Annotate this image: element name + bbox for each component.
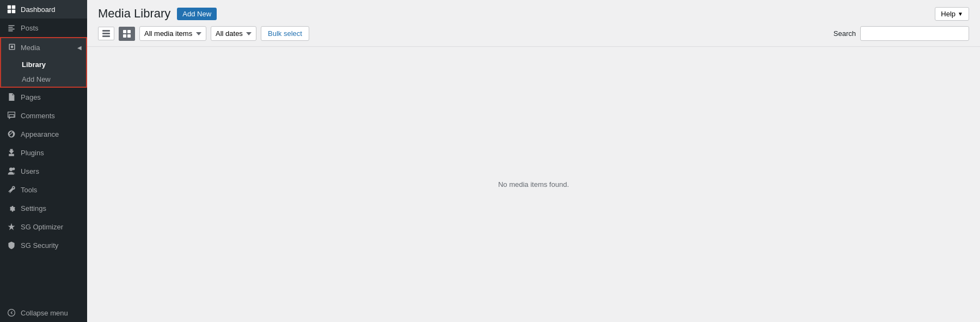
sg-optimizer-icon [7,222,16,232]
svg-rect-3 [12,10,15,13]
sidebar-item-plugins[interactable]: Plugins [0,143,87,162]
media-submenu-arrow: ◀ [77,45,82,51]
topbar: Media Library Add New Help ▼ [87,0,980,21]
bulk-select-button[interactable]: Bulk select [261,26,309,41]
sidebar-item-users[interactable]: Users [0,162,87,180]
empty-message: No media items found. [498,180,569,189]
svg-rect-1 [12,5,15,9]
add-new-button[interactable]: Add New [177,8,217,20]
sidebar-item-add-new[interactable]: Add New [1,72,86,87]
sidebar-item-appearance-label: Appearance [21,130,59,138]
sidebar-item-media-label: Media [21,44,40,52]
sidebar-item-sg-security[interactable]: SG Security [0,236,87,254]
toolbar: All media items Images Audio Video Docum… [87,21,980,46]
posts-icon [7,23,16,33]
sidebar-item-posts-label: Posts [21,24,39,32]
dashboard-icon [7,4,16,14]
collapse-menu-label: Collapse menu [21,309,68,317]
collapse-icon [7,308,16,318]
search-area: Search [834,26,969,41]
comments-icon [7,111,16,120]
svg-rect-2 [8,10,11,13]
grid-view-icon [123,30,131,38]
sidebar-item-sg-optimizer[interactable]: SG Optimizer [0,217,87,236]
search-label: Search [834,29,856,38]
sidebar-item-users-label: Users [21,167,39,175]
svg-point-4 [9,168,13,171]
sidebar-item-media-section: Media ◀ Library Add New [0,37,87,88]
list-view-icon [102,30,110,37]
list-view-button[interactable] [98,27,114,40]
collapse-menu-button[interactable]: Collapse menu [0,303,87,322]
page-title-area: Media Library Add New [98,7,217,21]
search-input[interactable] [860,26,969,41]
sidebar-item-pages-label: Pages [21,93,41,101]
svg-point-5 [13,168,15,171]
sidebar-item-pages[interactable]: Pages [0,88,87,106]
sidebar-item-tools-label: Tools [21,186,37,194]
svg-rect-0 [8,5,11,9]
sidebar-item-sg-security-label: SG Security [21,241,58,250]
svg-marker-6 [8,223,15,230]
sidebar-item-settings[interactable]: Settings [0,199,87,217]
grid-view-button[interactable] [119,27,135,41]
plugins-icon [7,148,16,157]
help-button[interactable]: Help ▼ [935,7,969,21]
sg-security-icon [7,240,16,250]
sidebar-item-dashboard[interactable]: Dashboard [0,0,87,19]
sidebar-item-comments[interactable]: Comments [0,106,87,125]
tools-icon [7,185,16,195]
main-content: Media Library Add New Help ▼ All media i… [87,0,980,322]
users-icon [7,166,16,176]
sidebar-item-comments-label: Comments [21,112,55,120]
help-arrow-icon: ▼ [958,11,963,17]
pages-icon [7,92,16,102]
media-submenu: Library Add New [1,57,86,87]
filter-media-select[interactable]: All media items Images Audio Video Docum… [139,26,206,41]
content-area: No media items found. [87,46,980,322]
media-icon [8,42,16,53]
sidebar-item-tools[interactable]: Tools [0,180,87,199]
settings-icon [7,203,16,213]
sidebar-item-sg-optimizer-label: SG Optimizer [21,223,63,231]
page-title: Media Library [98,7,170,21]
help-label: Help [941,10,955,18]
sidebar-item-posts[interactable]: Posts [0,19,87,37]
sidebar-item-library[interactable]: Library [1,57,86,72]
sidebar-item-plugins-label: Plugins [21,149,44,157]
sidebar-item-settings-label: Settings [21,204,46,212]
sidebar-item-appearance[interactable]: Appearance [0,125,87,143]
sidebar-item-media[interactable]: Media ◀ [1,38,86,57]
sidebar-item-dashboard-label: Dashboard [21,5,56,14]
sidebar: Dashboard Posts Media ◀ Library Add New … [0,0,87,322]
appearance-icon [7,129,16,139]
filter-dates-select[interactable]: All dates [211,26,256,41]
